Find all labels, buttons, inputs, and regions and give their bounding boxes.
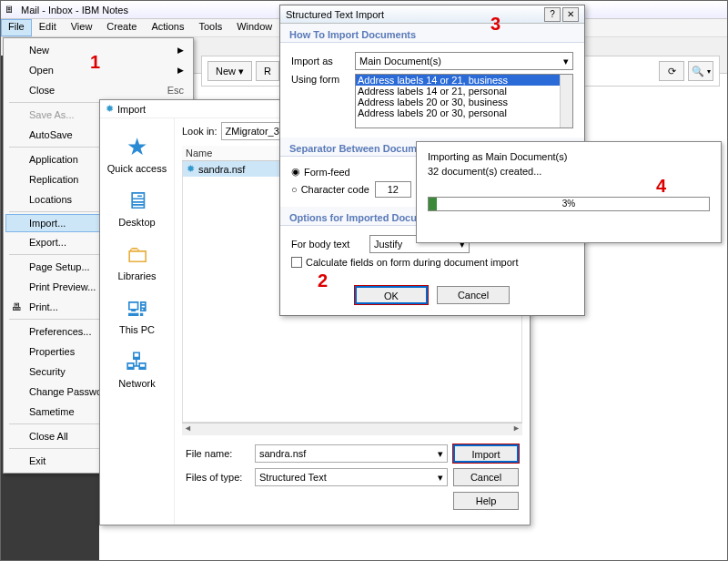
cancel-button[interactable]: Cancel (437, 286, 510, 304)
new-mail-button[interactable]: New▾ (207, 61, 252, 81)
formfeed-radio[interactable]: ◉Form-feed (291, 166, 350, 178)
file-name: sandra.nsf (198, 164, 245, 175)
ok-button[interactable]: OK (355, 286, 428, 304)
refresh-button[interactable]: ⟳ (659, 61, 684, 81)
form-option[interactable]: Address labels 20 or 30, personal (356, 107, 572, 118)
places-bar: ★Quick access 🖥Desktop 🗀Libraries 🖳This … (100, 118, 175, 525)
menu-file[interactable]: File (1, 19, 32, 36)
filename-label: File name: (186, 448, 249, 459)
place-quickaccess[interactable]: ★Quick access (106, 129, 169, 178)
chevron-down-icon: ▾ (238, 66, 244, 77)
struct-dialog-title: Structured Text Import (286, 9, 384, 20)
import-dialog-title: Import (117, 104, 146, 115)
filetype-field[interactable]: Structured Text▾ (255, 468, 448, 486)
place-network[interactable]: 🖧Network (106, 344, 169, 393)
search-icon: 🔍 (692, 66, 704, 77)
place-libraries[interactable]: 🗀Libraries (106, 237, 169, 285)
menu-window[interactable]: Window (229, 19, 279, 36)
usingform-label: Using form (291, 74, 349, 85)
network-icon: 🖧 (106, 348, 169, 376)
file-icon: ✹ (187, 163, 195, 175)
section-how-header: How To Import Documents (280, 24, 584, 43)
menu-edit[interactable]: Edit (32, 19, 64, 36)
charcode-field[interactable] (375, 181, 411, 198)
folder-icon: 🗀 (106, 240, 169, 269)
menu-tools[interactable]: Tools (191, 19, 229, 36)
submenu-arrow-icon: ▶ (177, 46, 184, 55)
form-option[interactable]: Address labels 14 or 21, personal (356, 86, 572, 97)
filename-field[interactable]: sandra.nsf▾ (255, 444, 448, 463)
usingform-listbox[interactable]: Address labels 14 or 21, business Addres… (355, 74, 573, 128)
radio-unchecked-icon: ○ (291, 184, 298, 195)
annotation-4: 4 (656, 176, 666, 197)
place-desktop[interactable]: 🖥Desktop (106, 183, 169, 231)
form-option[interactable]: Address labels 20 or 30, business (356, 97, 572, 107)
progress-line1: Importing as Main Document(s) (428, 151, 710, 162)
vertical-scrollbar[interactable] (560, 75, 572, 128)
import-button[interactable]: Import (453, 444, 519, 463)
desktop-icon: 🖥 (106, 187, 169, 215)
shortcut-label: Esc (167, 85, 184, 96)
chevron-down-icon: ▾ (438, 448, 443, 460)
chevron-down-icon: ▾ (563, 56, 569, 67)
app-icon: 🗏 (5, 4, 17, 16)
progress-percent: 3% (428, 199, 710, 209)
progress-line2: 32 document(s) created... (428, 166, 710, 177)
menu-create[interactable]: Create (99, 19, 144, 36)
menu-view[interactable]: View (64, 19, 100, 36)
close-icon[interactable]: ✕ (562, 7, 579, 22)
refresh-icon: ⟳ (668, 66, 676, 77)
submenu-arrow-icon: ▶ (177, 66, 184, 75)
place-thispc[interactable]: 🖳This PC (106, 291, 169, 339)
chevron-down-icon: ▾ (438, 472, 443, 484)
help-icon[interactable]: ? (544, 7, 561, 22)
window-title: Mail - Inbox - IBM Notes (21, 5, 128, 15)
lookin-label: Look in: (182, 126, 217, 137)
help-button[interactable]: Help (453, 492, 519, 510)
bodytext-label: For body text (291, 239, 364, 250)
filetype-label: Files of type: (186, 472, 249, 483)
calculate-checkbox[interactable]: Calculate fields on form during document… (291, 257, 519, 268)
importas-label: Import as (291, 56, 349, 66)
star-icon: ★ (106, 133, 169, 161)
annotation-3: 3 (490, 14, 500, 35)
menu-item-close[interactable]: CloseEsc (5, 80, 191, 100)
annotation-1: 1 (90, 52, 100, 73)
printer-icon: 🖶 (9, 301, 24, 312)
chevron-down-icon: ▾ (707, 67, 711, 76)
menu-actions[interactable]: Actions (144, 19, 191, 36)
charcode-radio[interactable]: ○Character code (291, 184, 369, 195)
computer-icon: 🖳 (106, 294, 169, 322)
form-option[interactable]: Address labels 14 or 21, business (356, 75, 572, 86)
checkbox-unchecked-icon (291, 257, 302, 268)
dialog-icon: ✹ (106, 103, 114, 115)
progress-popup: Importing as Main Document(s) 32 documen… (416, 141, 722, 243)
importas-select[interactable]: Main Document(s)▾ (355, 52, 573, 70)
radio-checked-icon: ◉ (291, 166, 300, 178)
search-button[interactable]: 🔍▾ (688, 61, 713, 81)
horizontal-scrollbar[interactable] (182, 423, 522, 435)
cancel-button[interactable]: Cancel (453, 468, 519, 486)
annotation-2: 2 (318, 270, 328, 291)
reply-button[interactable]: R (256, 61, 279, 81)
